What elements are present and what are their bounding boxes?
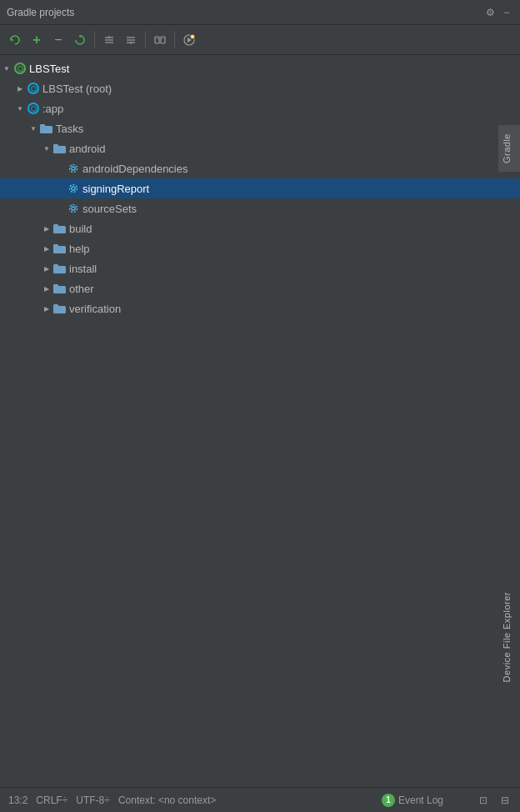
event-log[interactable]: 1 Event Log bbox=[382, 794, 443, 807]
svg-point-25 bbox=[72, 207, 75, 210]
tree-item-lbstest-root[interactable]: ▼LBSTest bbox=[0, 58, 520, 78]
folder-svg-icon bbox=[40, 123, 53, 134]
item-label: androidDependencies bbox=[82, 163, 188, 175]
separator-3 bbox=[174, 32, 175, 48]
folder-icon bbox=[53, 302, 67, 315]
item-label: LBSTest bbox=[29, 63, 69, 75]
remove-button[interactable]: − bbox=[48, 30, 68, 50]
expand-arrow[interactable]: ▼ bbox=[13, 102, 27, 115]
item-label: help bbox=[69, 243, 90, 255]
expand-arrow[interactable]: ▶ bbox=[40, 262, 53, 275]
refresh-button[interactable] bbox=[5, 30, 25, 50]
svg-rect-34 bbox=[53, 284, 58, 288]
folder-svg-icon bbox=[53, 303, 67, 314]
item-label: install bbox=[69, 263, 97, 275]
expand-arrow[interactable]: ▶ bbox=[40, 242, 53, 255]
line-ending[interactable]: CRLF÷ bbox=[36, 794, 68, 806]
tree-item-lbstest-root-item[interactable]: ▶LBSTest (root) bbox=[0, 78, 520, 98]
folder-icon bbox=[53, 142, 67, 155]
folder-svg-icon bbox=[53, 243, 67, 254]
status-bar-icon-2[interactable]: ⊟ bbox=[498, 794, 512, 807]
gear-icon bbox=[67, 162, 80, 175]
header-actions: ⚙ − bbox=[483, 6, 513, 19]
gradle-green-icon bbox=[13, 62, 27, 75]
gear-icon bbox=[67, 202, 80, 215]
gear-svg-icon bbox=[68, 163, 79, 174]
expand-arrow[interactable]: ▶ bbox=[40, 302, 53, 315]
toggle-button[interactable] bbox=[150, 30, 170, 50]
item-label: sourceSets bbox=[82, 203, 137, 215]
add-button[interactable]: + bbox=[27, 30, 47, 50]
svg-point-26 bbox=[70, 205, 78, 213]
gear-svg-icon bbox=[68, 203, 79, 214]
collapse-all-button[interactable] bbox=[121, 30, 141, 50]
expand-arrow[interactable]: ▶ bbox=[13, 82, 27, 95]
sync-button[interactable] bbox=[70, 30, 90, 50]
folder-svg-icon bbox=[53, 223, 67, 234]
gradle-green-icon bbox=[14, 63, 26, 74]
tree-item-verification[interactable]: ▶ verification bbox=[0, 298, 520, 318]
encoding[interactable]: UTF-8÷ bbox=[76, 794, 110, 806]
folder-svg-icon bbox=[53, 263, 67, 274]
gradle-panel: Gradle projects ⚙ − + − bbox=[0, 0, 520, 725]
folder-svg-icon bbox=[53, 143, 67, 154]
svg-rect-32 bbox=[53, 264, 58, 268]
tree-item-other[interactable]: ▶ other bbox=[0, 278, 520, 298]
svg-point-21 bbox=[72, 167, 75, 170]
separator-2 bbox=[145, 32, 146, 48]
cursor-position: 13:2 bbox=[8, 794, 28, 806]
gradle-tree[interactable]: ▼LBSTest▶LBSTest (root)▼:app▼ Tasks▼ and… bbox=[0, 55, 520, 725]
item-label: verification bbox=[69, 303, 121, 315]
svg-rect-18 bbox=[40, 124, 45, 128]
tree-item-android[interactable]: ▼ android bbox=[0, 138, 520, 158]
gear-svg-icon bbox=[68, 183, 79, 194]
svg-rect-28 bbox=[53, 224, 58, 228]
expand-arrow[interactable]: ▼ bbox=[0, 62, 13, 75]
event-log-label[interactable]: Event Log bbox=[398, 794, 443, 806]
svg-rect-36 bbox=[53, 304, 58, 308]
panel-title: Gradle projects bbox=[7, 7, 74, 18]
svg-rect-9 bbox=[161, 37, 165, 43]
folder-icon bbox=[53, 282, 67, 295]
item-label: LBSTest (root) bbox=[42, 83, 112, 95]
tree-item-help[interactable]: ▶ help bbox=[0, 238, 520, 258]
tree-item-sourceSets[interactable]: sourceSets bbox=[0, 198, 520, 218]
item-label: build bbox=[69, 223, 92, 235]
status-bar-icon-1[interactable]: ⊡ bbox=[477, 794, 490, 807]
expand-arrow[interactable]: ▶ bbox=[40, 282, 53, 295]
separator-1 bbox=[94, 32, 95, 48]
context-info: Context: <no context> bbox=[118, 794, 216, 806]
expand-arrow[interactable]: ▼ bbox=[27, 122, 40, 135]
svg-point-23 bbox=[72, 187, 75, 190]
status-bar: 13:2 CRLF÷ UTF-8÷ Context: <no context> … bbox=[0, 787, 520, 812]
expand-all-button[interactable] bbox=[99, 30, 119, 50]
folder-svg-icon bbox=[53, 283, 67, 294]
tree-item-app[interactable]: ▼:app bbox=[0, 98, 520, 118]
gradle-blue-icon bbox=[27, 102, 40, 115]
settings-gear-icon[interactable]: ⚙ bbox=[483, 6, 497, 19]
folder-icon bbox=[53, 262, 67, 275]
item-label: :app bbox=[42, 103, 63, 115]
tree-item-install[interactable]: ▶ install bbox=[0, 258, 520, 278]
svg-rect-30 bbox=[53, 244, 58, 248]
toolbar: + − bbox=[0, 25, 520, 55]
gradle-blue-icon bbox=[28, 83, 39, 94]
expand-arrow[interactable]: ▶ bbox=[40, 222, 53, 235]
tree-item-androidDeps[interactable]: androidDependencies bbox=[0, 158, 520, 178]
run-config-button[interactable] bbox=[179, 30, 199, 50]
device-explorer-tab[interactable]: Device File Explorer bbox=[498, 584, 520, 690]
tree-item-tasks[interactable]: ▼ Tasks bbox=[0, 118, 520, 138]
svg-rect-8 bbox=[155, 37, 159, 43]
gear-icon bbox=[67, 182, 80, 195]
folder-icon bbox=[53, 242, 67, 255]
item-label: android bbox=[69, 143, 105, 155]
folder-icon bbox=[53, 222, 67, 235]
tree-item-build[interactable]: ▶ build bbox=[0, 218, 520, 238]
item-label: signingReport bbox=[82, 183, 149, 195]
pin-icon[interactable]: − bbox=[500, 6, 513, 19]
tree-item-signingReport[interactable]: signingReport bbox=[0, 178, 520, 198]
expand-arrow[interactable]: ▼ bbox=[40, 142, 53, 155]
item-label: Tasks bbox=[56, 123, 83, 135]
gradle-tab[interactable]: Gradle bbox=[498, 125, 520, 172]
folder-icon bbox=[40, 122, 53, 135]
